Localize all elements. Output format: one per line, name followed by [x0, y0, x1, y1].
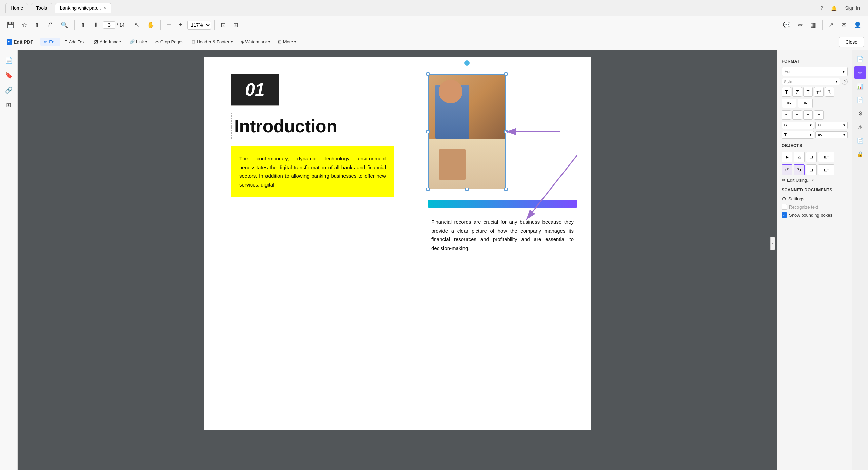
sidebar-icon-layers[interactable]: ⊞	[3, 99, 15, 111]
image-selection-container[interactable]	[428, 74, 506, 189]
highlight-tool-button[interactable]: ▦	[808, 20, 819, 31]
handle-bottom-left[interactable]	[426, 188, 430, 191]
next-page-button[interactable]: ⬇	[91, 20, 101, 31]
far-right-icon-1[interactable]: 📄	[854, 53, 866, 65]
text-style-btn-1[interactable]: T	[782, 87, 791, 97]
close-tab-icon[interactable]: ×	[104, 6, 106, 11]
collapse-panel-handle[interactable]: ‹	[770, 237, 775, 250]
zoom-out-button[interactable]: −	[164, 19, 174, 31]
help-icon-format[interactable]: ?	[842, 79, 848, 85]
text-style-btn-5[interactable]: T-	[825, 87, 834, 97]
user-button[interactable]: 👤	[851, 20, 864, 31]
text-style-btn-3[interactable]: T	[803, 87, 813, 97]
text-style-btn-2[interactable]: T	[792, 87, 802, 97]
selected-image[interactable]	[428, 74, 506, 189]
handle-bottom-right[interactable]	[504, 188, 508, 191]
select-tool-button[interactable]: ⊡	[218, 20, 229, 31]
far-right-icon-2[interactable]: ✏	[854, 66, 866, 79]
hand-tool-button[interactable]: ✋	[144, 20, 157, 31]
objects-row-1: ▶ △ ⊡ ⊞ ▾	[782, 152, 848, 162]
far-right-icon-7[interactable]: 📄	[854, 134, 866, 146]
obj-triangle-btn[interactable]: △	[794, 152, 805, 162]
style-dropdown[interactable]: Style ▾	[782, 78, 840, 85]
prev-page-button[interactable]: ⬆	[78, 20, 88, 31]
obj-redo-btn[interactable]: ↻	[794, 164, 805, 175]
sidebar-icon-links[interactable]: 🔗	[3, 84, 15, 96]
handle-top-left[interactable]	[426, 72, 430, 76]
obj-play-btn[interactable]: ▶	[782, 152, 792, 162]
page-number-input[interactable]	[103, 21, 115, 29]
far-right-icon-8[interactable]: 🔒	[854, 148, 866, 160]
align-center-btn[interactable]: ≡	[792, 110, 802, 120]
handle-mid-left[interactable]	[426, 130, 430, 133]
obj-replace-btn[interactable]: ⊡	[806, 164, 817, 175]
zoom-select[interactable]: 117% 100% 75% 150% 200%	[187, 21, 211, 30]
edit-icon-far: ✏	[858, 70, 862, 75]
indent-dropdown[interactable]: ↦ ▾	[782, 122, 814, 129]
close-button[interactable]: Close	[839, 37, 864, 47]
font-dropdown[interactable]: Font ▾	[782, 67, 848, 76]
introduction-heading[interactable]: Introduction	[231, 113, 394, 139]
sidebar-icon-bookmarks[interactable]: 🔖	[3, 69, 15, 81]
tab-tools[interactable]: Tools	[31, 3, 52, 13]
header-footer-button[interactable]: ⊟ Header & Footer ▾	[188, 38, 236, 46]
cursor-tool-button[interactable]: ↖	[132, 20, 142, 31]
zoom-in-button[interactable]: +	[176, 19, 185, 31]
spacing-dropdown[interactable]: ↤ ▾	[815, 122, 848, 129]
far-right-icon-4[interactable]: 📄	[854, 94, 866, 106]
far-right-icon-5[interactable]: ⚙	[854, 107, 866, 119]
pen-tool-button[interactable]: ✏	[795, 20, 806, 31]
tab-active[interactable]: banking whitepap... ×	[55, 3, 111, 13]
save-button[interactable]: 💾	[4, 20, 17, 31]
content-tool-button[interactable]: ⊞	[231, 20, 241, 31]
handle-bottom-mid[interactable]	[465, 188, 469, 191]
align-right-btn[interactable]: ≡	[803, 110, 813, 120]
tab-home[interactable]: Home	[5, 3, 28, 13]
text-style-btn-4[interactable]: T+	[814, 87, 824, 97]
notification-button[interactable]: 🔔	[828, 4, 840, 12]
settings-row[interactable]: ⚙ Settings	[782, 196, 848, 202]
link-button[interactable]: 🔗 Link ▾	[126, 38, 151, 46]
notification-icon: 🔔	[831, 5, 837, 11]
undo-icon: ↺	[785, 167, 789, 173]
text-color-dropdown[interactable]: T ▾	[782, 131, 814, 139]
obj-crop-btn[interactable]: ⊡	[806, 152, 817, 162]
bullet-list-btn[interactable]: ≡ ▾	[782, 99, 796, 108]
recognize-checkbox[interactable]	[782, 204, 787, 210]
rotation-handle[interactable]	[464, 60, 470, 66]
show-bb-checkbox[interactable]: ✓	[782, 212, 787, 218]
sidebar-icon-pages[interactable]: 📄	[3, 54, 15, 66]
more-button[interactable]: ⊞ More ▾	[275, 38, 300, 46]
obj-copy-btn[interactable]: ⊟ ▾	[818, 164, 834, 175]
help-button[interactable]: ?	[818, 4, 826, 12]
upload-button[interactable]: ⬆	[32, 20, 42, 31]
signin-button[interactable]: Sign In	[842, 4, 863, 12]
align-left-btn[interactable]: ≡	[782, 110, 791, 120]
search-button[interactable]: 🔍	[58, 20, 71, 31]
handle-mid-right[interactable]	[504, 130, 508, 133]
add-image-button[interactable]: 🖼 Add Image	[91, 38, 124, 46]
far-right-icon-3[interactable]: 📊	[854, 80, 866, 92]
far-right-icon-6[interactable]: ⚠	[854, 121, 866, 133]
bookmark-button[interactable]: ☆	[19, 20, 30, 31]
style-value: Style	[784, 80, 792, 84]
link-label: Link	[136, 39, 144, 44]
edit-button[interactable]: ✏ Edit	[40, 38, 60, 46]
handle-top-right[interactable]	[504, 72, 508, 76]
watermark-button[interactable]: ◈ Watermark ▾	[237, 38, 273, 46]
crop-pages-button[interactable]: ✂ Crop Pages	[152, 38, 187, 46]
edit-using-arrow: ▾	[812, 178, 814, 182]
comment-tool-button[interactable]: 💬	[780, 20, 793, 31]
share-button[interactable]: ↗	[826, 20, 836, 31]
numbered-list-btn[interactable]: ≡ ▾	[798, 99, 813, 108]
sign-icon: 🔒	[857, 151, 864, 157]
align-justify-btn[interactable]: ≡	[814, 110, 824, 120]
crop-icon-obj: ⊡	[810, 155, 813, 159]
obj-undo-btn[interactable]: ↺	[782, 164, 792, 175]
obj-align-btn[interactable]: ⊞ ▾	[818, 152, 834, 162]
mail-button[interactable]: ✉	[839, 20, 849, 31]
add-text-button[interactable]: T Add Text	[61, 38, 89, 46]
char-spacing-dropdown[interactable]: AV ▾	[815, 131, 848, 138]
settings-gear-icon: ⚙	[782, 196, 786, 202]
print-button[interactable]: 🖨	[44, 20, 56, 30]
